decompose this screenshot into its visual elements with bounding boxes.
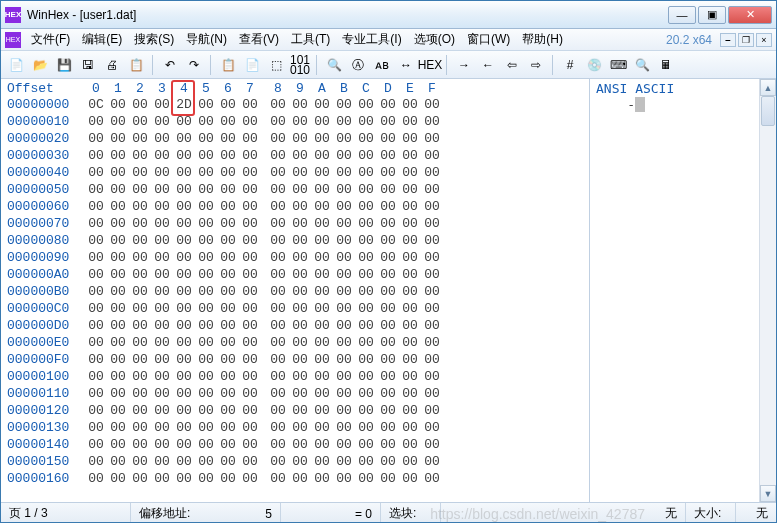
byte-cell[interactable]: 00 xyxy=(151,470,173,487)
byte-cell[interactable]: 00 xyxy=(267,113,289,130)
byte-cell[interactable]: 00 xyxy=(399,334,421,351)
byte-cell[interactable]: 00 xyxy=(85,351,107,368)
byte-cell[interactable]: 00 xyxy=(267,402,289,419)
hex-row[interactable]: 000000A000000000000000000000000000000000 xyxy=(7,266,583,283)
byte-cell[interactable]: 00 xyxy=(217,300,239,317)
byte-cell[interactable]: 00 xyxy=(399,147,421,164)
byte-cell[interactable]: 00 xyxy=(151,130,173,147)
byte-cell[interactable]: 00 xyxy=(311,249,333,266)
byte-cell[interactable]: 00 xyxy=(377,283,399,300)
byte-cell[interactable]: 00 xyxy=(151,317,173,334)
byte-cell[interactable]: 00 xyxy=(333,164,355,181)
hex-col-F[interactable]: F xyxy=(421,81,443,96)
byte-cell[interactable]: 00 xyxy=(85,334,107,351)
byte-cell[interactable]: 00 xyxy=(107,419,129,436)
byte-cell[interactable]: 00 xyxy=(311,300,333,317)
goto-button[interactable]: HEX xyxy=(419,54,441,76)
scroll-down-icon[interactable]: ▼ xyxy=(760,485,776,502)
hex-row[interactable]: 0000002000000000000000000000000000000000 xyxy=(7,130,583,147)
offset-cell[interactable]: 00000030 xyxy=(7,147,85,164)
byte-cell[interactable]: 00 xyxy=(421,198,443,215)
byte-cell[interactable]: 00 xyxy=(217,130,239,147)
byte-cell[interactable]: 00 xyxy=(173,317,195,334)
hex-row[interactable]: 000000000C0000002D0000000000000000000000 xyxy=(7,96,583,113)
byte-cell[interactable]: 00 xyxy=(377,249,399,266)
byte-cell[interactable]: 00 xyxy=(311,232,333,249)
byte-cell[interactable]: 00 xyxy=(239,470,261,487)
byte-cell[interactable]: 00 xyxy=(399,232,421,249)
byte-cell[interactable]: 00 xyxy=(289,96,311,113)
byte-cell[interactable]: 00 xyxy=(355,249,377,266)
byte-cell[interactable]: 00 xyxy=(311,198,333,215)
menu-o[interactable]: 选项(O) xyxy=(408,29,461,50)
find-hex-button[interactable]: Ⓐ xyxy=(347,54,369,76)
print-button[interactable]: 🖨 xyxy=(101,54,123,76)
byte-cell[interactable]: 00 xyxy=(239,317,261,334)
byte-cell[interactable]: 00 xyxy=(289,198,311,215)
byte-cell[interactable]: 00 xyxy=(85,470,107,487)
byte-cell[interactable]: 00 xyxy=(217,96,239,113)
byte-cell[interactable]: 00 xyxy=(151,351,173,368)
byte-cell[interactable]: 00 xyxy=(129,436,151,453)
close-button[interactable]: ✕ xyxy=(728,6,772,24)
byte-cell[interactable]: 00 xyxy=(239,96,261,113)
byte-cell[interactable]: 00 xyxy=(267,164,289,181)
byte-cell[interactable]: 00 xyxy=(267,249,289,266)
byte-cell[interactable]: 00 xyxy=(151,232,173,249)
offset-cell[interactable]: 000000B0 xyxy=(7,283,85,300)
byte-cell[interactable]: 00 xyxy=(355,368,377,385)
byte-cell[interactable]: 00 xyxy=(85,181,107,198)
byte-cell[interactable]: 00 xyxy=(85,453,107,470)
byte-cell[interactable]: 00 xyxy=(377,96,399,113)
byte-cell[interactable]: 00 xyxy=(377,215,399,232)
byte-cell[interactable]: 00 xyxy=(311,147,333,164)
byte-cell[interactable]: 00 xyxy=(107,130,129,147)
byte-cell[interactable]: 00 xyxy=(311,470,333,487)
byte-cell[interactable]: 00 xyxy=(129,283,151,300)
find-text-button[interactable]: ᴀʙ xyxy=(371,54,393,76)
byte-cell[interactable]: 00 xyxy=(239,198,261,215)
byte-cell[interactable]: 00 xyxy=(421,266,443,283)
byte-cell[interactable]: 00 xyxy=(311,419,333,436)
byte-cell[interactable]: 00 xyxy=(217,334,239,351)
byte-cell[interactable]: 00 xyxy=(399,249,421,266)
byte-cell[interactable]: 00 xyxy=(195,351,217,368)
byte-cell[interactable]: 00 xyxy=(239,164,261,181)
byte-cell[interactable]: 00 xyxy=(217,385,239,402)
byte-cell[interactable]: 00 xyxy=(333,402,355,419)
byte-cell[interactable]: 00 xyxy=(239,402,261,419)
byte-cell[interactable]: 00 xyxy=(289,249,311,266)
byte-cell[interactable]: 00 xyxy=(267,181,289,198)
hex-row[interactable]: 000000B000000000000000000000000000000000 xyxy=(7,283,583,300)
byte-cell[interactable]: 00 xyxy=(399,215,421,232)
byte-cell[interactable]: 00 xyxy=(399,385,421,402)
byte-cell[interactable]: 00 xyxy=(289,147,311,164)
byte-cell[interactable]: 00 xyxy=(151,334,173,351)
disk-button[interactable]: 💿 xyxy=(583,54,605,76)
menu-w[interactable]: 窗口(W) xyxy=(461,29,516,50)
mdi-restore-button[interactable]: ❐ xyxy=(738,33,754,47)
byte-cell[interactable]: 00 xyxy=(421,436,443,453)
byte-cell[interactable]: 00 xyxy=(355,164,377,181)
byte-cell[interactable]: 00 xyxy=(355,300,377,317)
byte-cell[interactable]: 00 xyxy=(85,436,107,453)
byte-cell[interactable]: 00 xyxy=(107,96,129,113)
menu-f[interactable]: 文件(F) xyxy=(25,29,76,50)
byte-cell[interactable]: 00 xyxy=(85,130,107,147)
byte-cell[interactable]: 00 xyxy=(333,283,355,300)
byte-cell[interactable]: 00 xyxy=(173,266,195,283)
byte-cell[interactable]: 00 xyxy=(195,215,217,232)
byte-cell[interactable]: 00 xyxy=(129,181,151,198)
byte-cell[interactable]: 00 xyxy=(129,317,151,334)
hex-row[interactable]: 0000003000000000000000000000000000000000 xyxy=(7,147,583,164)
mdi-close-button[interactable]: × xyxy=(756,33,772,47)
byte-cell[interactable]: 00 xyxy=(239,181,261,198)
maximize-button[interactable]: ▣ xyxy=(698,6,726,24)
byte-cell[interactable]: 00 xyxy=(151,215,173,232)
offset-cell[interactable]: 00000160 xyxy=(7,470,85,487)
hex-col-3[interactable]: 3 xyxy=(151,81,173,96)
hex-row[interactable]: 0000005000000000000000000000000000000000 xyxy=(7,181,583,198)
byte-cell[interactable]: 00 xyxy=(151,164,173,181)
byte-cell[interactable]: 00 xyxy=(151,198,173,215)
byte-cell[interactable]: 00 xyxy=(107,283,129,300)
